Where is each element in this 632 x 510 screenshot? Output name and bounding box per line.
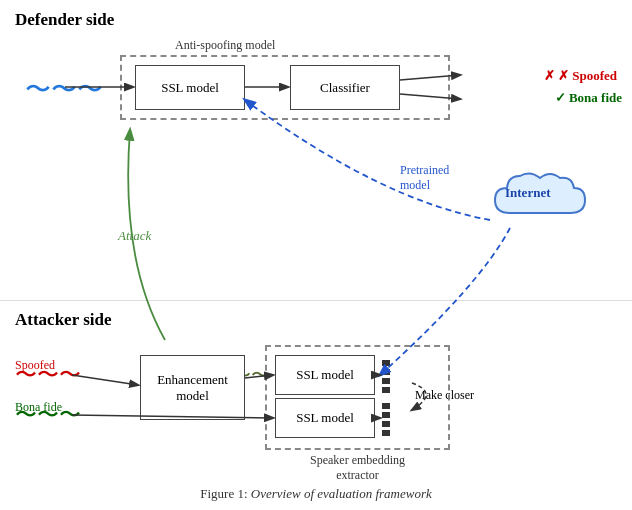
classifier-box: Classifier [290, 65, 400, 110]
bonafide-output-label: ✓ Bona fide [555, 90, 622, 106]
enhancement-model: Enhancementmodel [140, 355, 245, 420]
spoofed-input-label: Spoofed [15, 358, 55, 373]
attacker-title: Attacker side [15, 310, 111, 330]
internet-label: Internet [505, 185, 551, 201]
waveform-defender-input: 〜〜〜 [25, 72, 103, 107]
ssl-model-attacker-1: SSL model [275, 355, 375, 395]
pretrained-label: Pretrainedmodel [400, 163, 449, 193]
attack-label: Attack [118, 228, 151, 244]
ssl-model-attacker-2: SSL model [275, 398, 375, 438]
bonafide-text: Bona fide [569, 90, 622, 105]
anti-spoof-label: Anti-spoofing model [175, 38, 275, 53]
ssl-model-defender: SSL model [135, 65, 245, 110]
figure-caption: Figure 1: Overview of evaluation framewo… [0, 486, 632, 502]
defender-title: Defender side [15, 10, 114, 30]
caption-italic: Overview of evaluation framework [251, 486, 432, 501]
diagram-container: Defender side Attacker side Anti-spoofin… [0, 0, 632, 510]
section-divider [0, 300, 632, 301]
spoofed-text: ✗ Spoofed [558, 68, 617, 83]
caption-label: Figure 1: [200, 486, 247, 501]
bonafide-input-label: Bona fide [15, 400, 62, 415]
spk-embed-label: Speaker embeddingextractor [270, 453, 445, 483]
svg-line-8 [72, 375, 138, 385]
spoofed-output-label: ✗ ✗ Spoofed [544, 68, 617, 84]
